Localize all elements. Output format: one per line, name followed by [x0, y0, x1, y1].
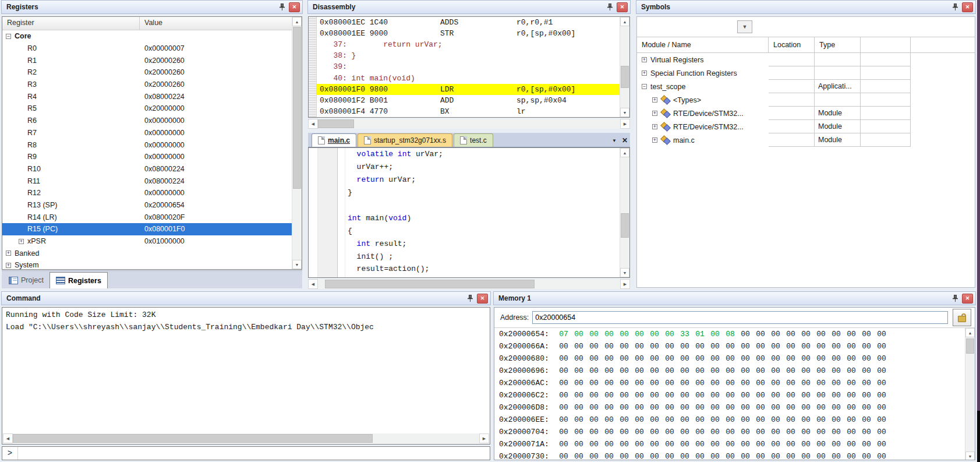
disassembly-hscrollbar[interactable]: ◀ ▶	[308, 119, 630, 129]
memory-byte[interactable]: 00	[798, 391, 813, 400]
memory-byte[interactable]: 00	[874, 342, 889, 351]
memory-byte[interactable]: 00	[723, 379, 738, 387]
memory-byte[interactable]: 00	[586, 415, 602, 424]
source-line-44[interactable]: 44 result=action();	[345, 263, 620, 276]
memory-byte[interactable]: 00	[813, 415, 829, 424]
source-line-38[interactable]: 38}	[345, 186, 620, 199]
memory-byte[interactable]: 00	[556, 391, 571, 400]
memory-byte[interactable]: 00	[783, 403, 798, 412]
source-line-37[interactable]: 37 return urVar;	[345, 174, 620, 186]
memory-byte[interactable]: 00	[768, 366, 783, 375]
memory-byte[interactable]: 00	[783, 379, 798, 387]
command-output[interactable]: Running with Code Size Limit: 32KLoad "C…	[2, 307, 490, 445]
memory-byte[interactable]: 00	[768, 428, 783, 436]
memory-byte[interactable]: 00	[738, 366, 753, 375]
memory-byte[interactable]: 00	[798, 415, 813, 424]
memory-byte[interactable]: 00	[617, 440, 632, 449]
memory-byte[interactable]: 00	[859, 354, 874, 363]
memory-byte[interactable]: 00	[768, 379, 783, 387]
memory-byte[interactable]: 00	[692, 403, 707, 412]
memory-row-0x200006D8[interactable]: 0x200006D8:00000000000000000000000000000…	[499, 403, 975, 415]
memory-row-0x20000730[interactable]: 0x20000730:00000000000000000000000000000…	[499, 452, 975, 460]
memory-byte[interactable]: 00	[738, 379, 753, 387]
scroll-down-icon[interactable]: ▼	[620, 268, 629, 277]
memory-byte[interactable]: 00	[571, 354, 586, 363]
memory-byte[interactable]: 00	[874, 354, 889, 363]
editor-close-icon[interactable]: ✕	[620, 135, 630, 146]
memory-byte[interactable]: 00	[859, 440, 874, 449]
memory-byte[interactable]: 00	[844, 354, 859, 363]
memory-byte[interactable]: 00	[798, 379, 813, 387]
memory-byte[interactable]: 00	[647, 428, 662, 436]
memory-byte[interactable]: 00	[571, 330, 586, 338]
memory-byte[interactable]: 00	[753, 379, 768, 387]
memory-byte[interactable]: 00	[602, 366, 617, 375]
memory-byte[interactable]: 00	[874, 403, 889, 412]
editor-vscroll-thumb[interactable]	[621, 213, 629, 238]
memory-byte[interactable]: 00	[829, 330, 844, 338]
memory-byte[interactable]: 00	[738, 440, 753, 449]
memory-byte[interactable]: 00	[738, 330, 753, 338]
source-line-42[interactable]: 42 int result;	[345, 237, 620, 250]
editor-tab-startup-stm32g071xx-s[interactable]: startup_stm32g071xx.s	[358, 133, 452, 147]
memory-byte[interactable]: 00	[859, 428, 874, 436]
memory-byte[interactable]: 00	[602, 403, 617, 412]
memory-byte[interactable]: 00	[813, 330, 829, 338]
code-editor[interactable]: 35 volatile int urVar;36 urVar++;37 retu…	[308, 147, 630, 278]
memory-byte[interactable]: 00	[859, 379, 874, 387]
memory-byte[interactable]: 00	[662, 452, 677, 460]
memory-byte[interactable]: 00	[844, 330, 859, 338]
memory-byte[interactable]: 00	[723, 354, 738, 363]
memory-byte[interactable]: 00	[602, 452, 617, 460]
memory-byte[interactable]: 00	[647, 366, 662, 375]
registers-vscrollbar[interactable]: ▲ ▼	[292, 17, 302, 269]
symbol-row-RTE-Device-STM32-[interactable]: +RTE/Device/STM32...Module	[637, 120, 975, 133]
register-row-R4[interactable]: R40x08000224	[2, 90, 292, 103]
memory-byte[interactable]: 00	[829, 452, 844, 460]
memory-byte[interactable]: 00	[692, 354, 707, 363]
register-row-R3[interactable]: R30x20000260	[2, 79, 292, 91]
memory-hex-area[interactable]: 0x20000654:07000000000000003301000800000…	[494, 328, 975, 460]
memory-row-0x20000654[interactable]: 0x20000654:07000000000000003301000800000…	[499, 330, 975, 342]
disassembly-line[interactable]: 40: int main(void)	[317, 72, 620, 83]
expand-icon[interactable]: +	[6, 251, 11, 256]
command-close-button[interactable]: ✕	[477, 294, 488, 304]
memory-byte[interactable]: 00	[798, 342, 813, 351]
memory-byte[interactable]: 00	[677, 428, 692, 436]
memory-byte[interactable]: 00	[692, 366, 707, 375]
register-row-xPSR[interactable]: +xPSR0x01000000	[2, 235, 292, 248]
memory-byte[interactable]: 00	[662, 379, 677, 387]
memory-byte[interactable]: 00	[586, 330, 602, 338]
memory-byte[interactable]: 00	[768, 415, 783, 424]
memory-byte[interactable]: 00	[647, 440, 662, 449]
memory-byte[interactable]: 00	[556, 415, 571, 424]
memory-byte[interactable]: 00	[617, 379, 632, 387]
memory-byte[interactable]: 00	[632, 452, 647, 460]
memory-byte[interactable]: 00	[692, 428, 707, 436]
memory-byte[interactable]: 00	[617, 342, 632, 351]
disassembly-vscroll-thumb[interactable]	[621, 66, 629, 88]
memory-byte[interactable]: 00	[813, 366, 829, 375]
register-row-R5[interactable]: R50x20000000	[2, 103, 292, 115]
memory-byte[interactable]: 00	[632, 415, 647, 424]
memory-byte[interactable]: 00	[829, 354, 844, 363]
expand-icon[interactable]: +	[652, 111, 657, 116]
memory-byte[interactable]: 00	[647, 403, 662, 412]
memory-byte[interactable]: 00	[753, 366, 768, 375]
source-line-39[interactable]: 39	[345, 199, 620, 212]
memory-byte[interactable]: 00	[571, 452, 586, 460]
memory-byte[interactable]: 00	[617, 428, 632, 436]
memory-byte[interactable]: 00	[829, 403, 844, 412]
editor-tab-test-c[interactable]: test.c	[454, 133, 493, 147]
memory-byte[interactable]: 00	[768, 330, 783, 338]
disassembly-line[interactable]: 37: return urVar;	[317, 39, 620, 50]
memory-byte[interactable]: 00	[556, 366, 571, 375]
collapse-icon[interactable]: −	[642, 84, 647, 89]
memory-byte[interactable]: 00	[586, 452, 602, 460]
register-row-R12[interactable]: R120x00000000	[2, 187, 292, 199]
register-row-R11[interactable]: R110x08000224	[2, 175, 292, 187]
register-row-R15-PC-[interactable]: R15 (PC)0x080001F0	[2, 223, 292, 235]
memory-byte[interactable]: 00	[677, 452, 692, 460]
disassembly-line[interactable]: 0x080001F2 B001ADDsp,sp,#0x04	[317, 95, 620, 106]
memory-byte[interactable]: 00	[571, 366, 586, 375]
